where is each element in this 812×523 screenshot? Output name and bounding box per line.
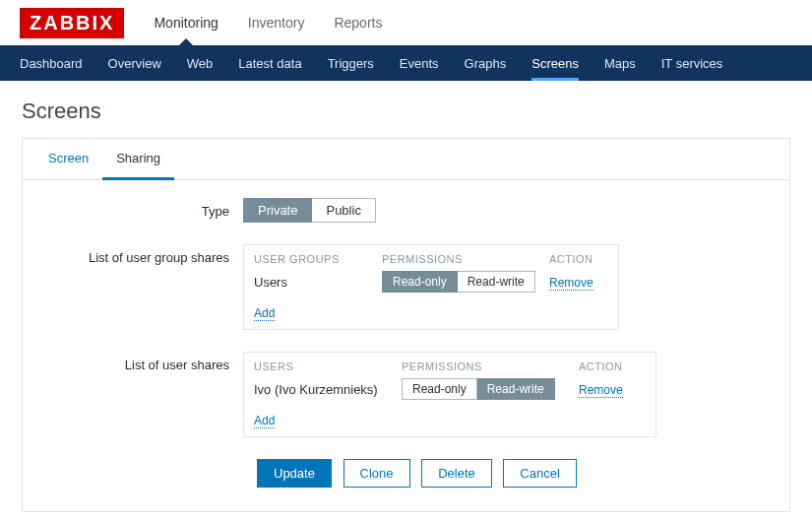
subnav-it-services[interactable]: IT services xyxy=(661,45,723,81)
label-group-shares: List of user group shares xyxy=(46,244,243,265)
row-user-shares: List of user shares USERS PERMISSIONS AC… xyxy=(46,352,766,437)
row-group-shares: List of user group shares USER GROUPS PE… xyxy=(46,244,766,330)
tabs: Screen Sharing xyxy=(23,139,789,180)
label-user-shares: List of user shares xyxy=(46,352,243,372)
group-shares-head: USER GROUPS PERMISSIONS ACTION xyxy=(254,253,608,265)
tab-screen[interactable]: Screen xyxy=(34,139,102,180)
topnav-inventory[interactable]: Inventory xyxy=(248,0,305,45)
logo: ZABBIX xyxy=(20,8,124,38)
subnav-dashboard[interactable]: Dashboard xyxy=(20,45,83,81)
label-type: Type xyxy=(46,198,243,219)
group-share-name: Users xyxy=(254,275,382,290)
clone-button[interactable]: Clone xyxy=(344,459,410,488)
group-perm-readonly[interactable]: Read-only xyxy=(382,271,458,293)
topnav-reports[interactable]: Reports xyxy=(334,0,382,45)
user-head-action: ACTION xyxy=(579,360,638,372)
delete-button[interactable]: Delete xyxy=(421,459,492,488)
subnav-events[interactable]: Events xyxy=(400,45,439,81)
group-head-perm: PERMISSIONS xyxy=(382,253,549,265)
user-shares-head: USERS PERMISSIONS ACTION xyxy=(254,360,646,372)
form-body: Type Private Public List of user group s… xyxy=(23,180,789,511)
group-shares-table: USER GROUPS PERMISSIONS ACTION Users Rea… xyxy=(243,244,619,330)
user-share-name: Ivo (Ivo Kurzemnieks) xyxy=(254,382,402,397)
group-head-name: USER GROUPS xyxy=(254,253,382,265)
user-shares-table: USERS PERMISSIONS ACTION Ivo (Ivo Kurzem… xyxy=(243,352,656,437)
user-share-remove[interactable]: Remove xyxy=(579,383,623,398)
user-perm-toggle: Read-only Read-write xyxy=(402,378,555,400)
row-type: Type Private Public xyxy=(46,198,766,223)
type-private[interactable]: Private xyxy=(243,198,312,223)
subnav-web[interactable]: Web xyxy=(187,45,214,81)
update-button[interactable]: Update xyxy=(257,459,332,488)
group-share-row: Users Read-only Read-write Remove xyxy=(254,271,608,293)
subnav-graphs[interactable]: Graphs xyxy=(465,45,507,81)
group-perm-readwrite[interactable]: Read-write xyxy=(458,271,535,293)
group-share-add[interactable]: Add xyxy=(254,306,275,321)
subnav-triggers[interactable]: Triggers xyxy=(328,45,374,81)
subnav-latest-data[interactable]: Latest data xyxy=(238,45,301,81)
topnav-monitoring[interactable]: Monitoring xyxy=(154,0,218,45)
user-head-perm: PERMISSIONS xyxy=(402,360,579,372)
tab-sharing[interactable]: Sharing xyxy=(102,139,174,180)
user-perm-readwrite[interactable]: Read-write xyxy=(477,378,555,400)
user-perm-readonly[interactable]: Read-only xyxy=(402,378,477,400)
cancel-button[interactable]: Cancel xyxy=(503,459,576,488)
sub-nav: Dashboard Overview Web Latest data Trigg… xyxy=(0,45,812,81)
top-bar: ZABBIX Monitoring Inventory Reports xyxy=(0,0,812,45)
form-card: Screen Sharing Type Private Public List … xyxy=(22,138,790,512)
user-head-name: USERS xyxy=(254,360,402,372)
group-head-action: ACTION xyxy=(549,253,608,265)
type-public[interactable]: Public xyxy=(312,198,375,223)
subnav-overview[interactable]: Overview xyxy=(108,45,161,81)
type-toggle: Private Public xyxy=(243,198,376,223)
group-share-remove[interactable]: Remove xyxy=(549,276,593,291)
user-share-add[interactable]: Add xyxy=(254,414,275,428)
user-share-row: Ivo (Ivo Kurzemnieks) Read-only Read-wri… xyxy=(254,378,646,400)
page-title: Screens xyxy=(0,81,812,138)
group-perm-toggle: Read-only Read-write xyxy=(382,271,535,293)
subnav-screens[interactable]: Screens xyxy=(531,45,579,81)
subnav-maps[interactable]: Maps xyxy=(604,45,636,81)
action-bar: Update Clone Delete Cancel xyxy=(257,459,766,488)
